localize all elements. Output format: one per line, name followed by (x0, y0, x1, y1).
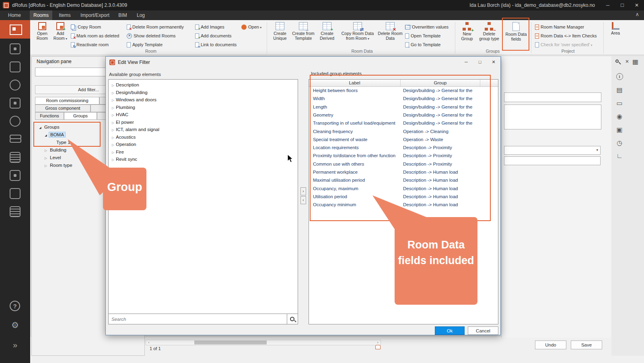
nav-tab-functions[interactable]: Functions (35, 112, 64, 120)
table-row[interactable]: Occupancy, maximumDescription -> Human l… (309, 185, 498, 193)
printer-icon[interactable]: ▭ (615, 98, 624, 108)
tab-bim[interactable]: BIM (115, 10, 130, 20)
list-item[interactable]: Acoustics (109, 133, 298, 141)
column-header-label[interactable]: Label (309, 80, 401, 87)
delete-group-type-button[interactable]: − Delete group type (478, 22, 500, 49)
tab-log[interactable]: Log (133, 10, 149, 20)
building-icon[interactable] (10, 170, 21, 181)
nav-tab-room-commissioning[interactable]: Room commissioning (35, 97, 99, 105)
nav-tab-groups[interactable]: Groups (64, 112, 97, 120)
open-room-button[interactable]: Open Room (34, 22, 51, 49)
tree-item-boma[interactable]: BOMA (34, 131, 66, 138)
nav-tab-gross-component[interactable]: Gross component (35, 105, 91, 112)
tab-home[interactable]: Home (4, 10, 25, 20)
open-template-button[interactable]: Open Template (405, 32, 440, 40)
expander-icon[interactable] (110, 82, 116, 87)
horizontal-scrollbar[interactable]: ‹ › (146, 340, 381, 345)
tree-item-groups[interactable]: Groups (34, 123, 61, 131)
table-row[interactable]: Transporting in of useful load/equipment… (309, 119, 498, 127)
close-button[interactable] (630, 0, 644, 10)
tree-item-building[interactable]: Building (34, 146, 68, 154)
check-over-specified-button[interactable]: Check for 'over specified' (535, 41, 592, 49)
network-icon[interactable] (10, 98, 21, 109)
undo-button[interactable]: Undo (535, 340, 566, 349)
ruler-icon[interactable]: ∟ (615, 151, 624, 161)
list-item[interactable]: El power (109, 119, 298, 126)
camera-icon[interactable]: ◉ (615, 111, 624, 121)
search-input[interactable] (109, 314, 287, 324)
truck-icon[interactable] (10, 152, 21, 163)
table-row[interactable]: Maximal utilisation periodDescription ->… (309, 176, 498, 185)
move-right-icon[interactable]: › (300, 187, 306, 195)
list-item[interactable]: Design/building (109, 89, 298, 96)
save-button[interactable]: Save (571, 340, 602, 349)
expander-icon[interactable] (110, 97, 116, 102)
cube-icon[interactable] (10, 43, 21, 54)
dialog-titlebar[interactable]: Edit View Filter ─ □ ✕ (106, 57, 500, 68)
open-dropdown-button[interactable]: Open (241, 23, 261, 31)
expander-icon[interactable] (110, 135, 116, 139)
database-icon[interactable] (10, 134, 21, 145)
reactivate-room-button[interactable]: ↻Reactivate room (71, 41, 109, 49)
area-button[interactable]: Area (606, 22, 625, 49)
create-from-template-button[interactable]: → Create from Template (292, 22, 315, 49)
list-item[interactable]: Plumbing (109, 104, 298, 111)
list-item[interactable]: Windows and doors (109, 96, 298, 104)
minimize-button[interactable] (601, 0, 615, 10)
table-row[interactable]: Height between floorsDesign/building -> … (309, 87, 498, 95)
tree-item-level[interactable]: Level (34, 154, 62, 161)
show-deleted-rooms-button[interactable]: ✕Show deleted Rooms (127, 32, 176, 40)
create-derived-button[interactable]: + Create Derived (317, 22, 337, 49)
field-input-2[interactable] (504, 156, 601, 165)
expander-icon[interactable] (110, 157, 116, 162)
expander-icon[interactable] (110, 142, 116, 147)
list-item[interactable]: ICT, alarm and signal (109, 126, 298, 133)
room-data-item-checks-button[interactable]: Room Data <-> Item Checks (535, 32, 597, 40)
tab-import-export[interactable]: Import/Export (77, 10, 113, 20)
settings-gear-icon[interactable]: ⚙ (0, 320, 30, 330)
apply-template-button[interactable]: Apply Template (127, 41, 163, 49)
create-unique-button[interactable]: Create Unique (270, 22, 290, 49)
rooms-module-icon[interactable] (0, 20, 30, 39)
mark-room-deleted-button[interactable]: ✕Mark room as deleted (71, 32, 119, 40)
info-icon[interactable]: i (615, 72, 624, 81)
expander-icon[interactable] (110, 112, 116, 117)
table-row[interactable]: Common use with othersDescription -> Pro… (309, 160, 498, 168)
expander-icon[interactable] (43, 132, 49, 137)
add-room-button[interactable]: + Add Room (51, 22, 69, 49)
expander-icon[interactable] (37, 125, 43, 129)
list-item[interactable]: HVAC (109, 111, 298, 119)
table-row[interactable]: Special treatment of wasteOperation -> W… (309, 136, 498, 144)
ok-button[interactable]: Ok (435, 326, 465, 335)
expander-icon[interactable] (110, 105, 116, 110)
delete-room-permanently-button[interactable]: ✕Delete Room permanently (127, 23, 184, 31)
table-row[interactable]: LengthDesign/building -> General for the (309, 103, 498, 111)
table-row[interactable]: Location requirementsDescription -> Prox… (309, 144, 498, 152)
clipboard-icon[interactable]: ▣ (615, 125, 624, 134)
dialog-close-button[interactable]: ✕ (487, 57, 500, 67)
tree-item-type-1[interactable]: Type 1 (34, 139, 72, 146)
move-left-icon[interactable]: ‹ (300, 196, 306, 204)
expander-icon[interactable] (43, 163, 49, 168)
table-row[interactable]: Utilisation periodDescription -> Human l… (309, 193, 498, 201)
search-icon[interactable] (290, 317, 294, 321)
field-textarea[interactable] (504, 105, 601, 129)
cancel-button[interactable]: Cancel (468, 326, 498, 335)
table-row[interactable]: WidthDesign/building -> General for the (309, 95, 498, 103)
delete-room-data-button[interactable]: ✕ Delete Room Data (378, 22, 403, 49)
pages-icon[interactable]: ▤ (615, 85, 624, 94)
table-view-icon[interactable]: ▦ (632, 58, 638, 66)
copy-room-button[interactable]: Copy Room (71, 23, 101, 31)
copy-room-data-button[interactable]: ⇄ Copy Room Data from Room (340, 22, 375, 49)
bim-model-icon[interactable] (10, 188, 21, 199)
expand-chevrons-icon[interactable]: » (0, 340, 30, 350)
list-item[interactable]: Description (109, 81, 298, 89)
paperclip-icon[interactable] (10, 116, 21, 127)
expander-icon[interactable] (43, 155, 49, 160)
close-panel-icon[interactable]: ✕ (623, 58, 631, 65)
field-input[interactable] (504, 92, 601, 102)
report-icon[interactable] (10, 206, 21, 217)
history-clock-icon[interactable]: ◷ (615, 138, 624, 148)
tab-items[interactable]: Items (56, 10, 74, 20)
go-to-template-button[interactable]: →Go to Template (405, 41, 440, 49)
